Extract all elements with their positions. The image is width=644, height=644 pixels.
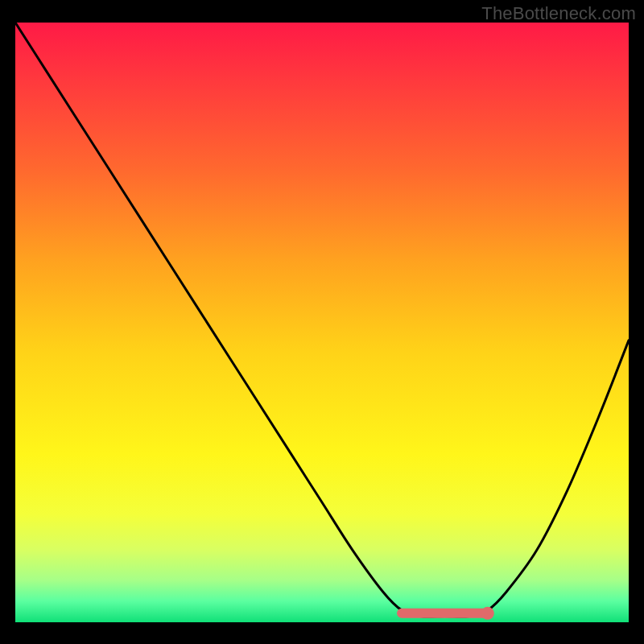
- chart-container: TheBottleneck.com: [0, 0, 644, 644]
- curve-layer: [15, 23, 629, 622]
- plot-area: [15, 23, 629, 622]
- bottleneck-curve: [15, 23, 629, 617]
- bottom-highlight-dot: [481, 607, 494, 620]
- watermark-text: TheBottleneck.com: [481, 3, 636, 24]
